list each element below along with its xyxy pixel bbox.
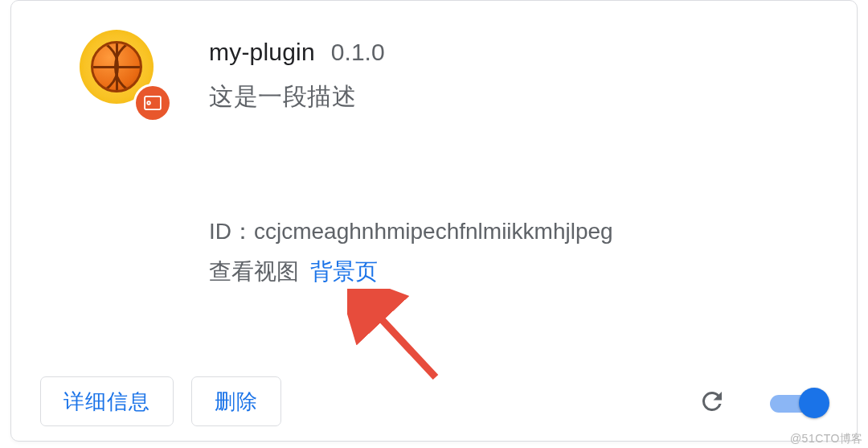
inspect-views-label: 查看视图 bbox=[209, 259, 299, 284]
extension-bottom-bar: 详细信息 删除 bbox=[11, 362, 857, 441]
reload-button[interactable] bbox=[693, 382, 731, 421]
extension-card: my-plugin 0.1.0 这是一段描述 ID：ccjcmeaghnhmip… bbox=[10, 0, 858, 442]
extension-id-label: ID： bbox=[209, 219, 254, 244]
reload-icon bbox=[698, 387, 727, 416]
enable-toggle[interactable] bbox=[770, 389, 828, 413]
watermark-text: @51CTO博客 bbox=[790, 432, 863, 446]
inspect-views-row: 查看视图 背景页 bbox=[209, 257, 378, 287]
extension-id-row: ID：ccjcmeaghnhmipechfnlmiikkmhjlpeg bbox=[209, 216, 613, 247]
svg-point-1 bbox=[147, 101, 150, 105]
extension-icon-area bbox=[80, 30, 168, 118]
background-page-link[interactable]: 背景页 bbox=[310, 259, 378, 284]
details-button[interactable]: 详细信息 bbox=[40, 376, 174, 426]
extension-version: 0.1.0 bbox=[331, 39, 385, 66]
toggle-knob bbox=[799, 388, 829, 418]
unpacked-badge-icon bbox=[136, 86, 170, 120]
extension-description: 这是一段描述 bbox=[209, 80, 356, 113]
extension-title-row: my-plugin 0.1.0 bbox=[209, 39, 385, 66]
basketball-icon bbox=[91, 41, 142, 92]
extension-name: my-plugin bbox=[209, 39, 315, 66]
extension-id-value: ccjcmeaghnhmipechfnlmiikkmhjlpeg bbox=[254, 219, 613, 244]
remove-button[interactable]: 删除 bbox=[191, 376, 281, 426]
